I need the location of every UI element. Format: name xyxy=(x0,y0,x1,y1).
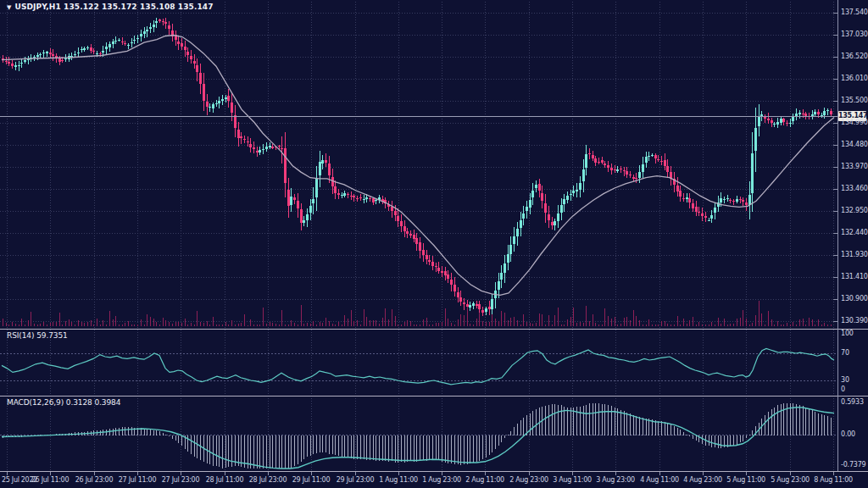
candle-body xyxy=(688,198,691,202)
volume-bar xyxy=(517,320,518,326)
volume-bar xyxy=(777,321,778,326)
volume-bar xyxy=(373,320,374,326)
candle-body xyxy=(278,146,281,147)
candle-body xyxy=(127,45,130,46)
volume-bar xyxy=(693,317,693,326)
candle-body xyxy=(481,310,484,313)
volume-bar xyxy=(165,320,166,326)
candle-body xyxy=(365,197,368,199)
candle-body xyxy=(249,144,252,148)
volume-bar xyxy=(774,324,775,326)
volume-bar xyxy=(658,324,659,326)
volume-bar xyxy=(329,321,330,326)
volume-bar xyxy=(388,319,389,326)
collapse-chart-icon[interactable]: ▼ xyxy=(7,4,11,11)
volume-bar xyxy=(71,322,72,326)
candle-body xyxy=(529,200,531,208)
candle-body xyxy=(604,164,606,165)
candle-body xyxy=(36,55,39,56)
candle-body xyxy=(509,245,512,253)
volume-bar xyxy=(743,310,743,326)
volume-bar xyxy=(207,321,208,326)
candle-body xyxy=(798,113,801,114)
candle-body xyxy=(823,111,826,115)
volume-bar xyxy=(159,324,160,326)
candle-body xyxy=(146,30,148,32)
candle-body xyxy=(190,56,192,59)
candle-body xyxy=(33,57,36,58)
volume-bar xyxy=(721,324,721,326)
candle-body xyxy=(52,54,54,57)
volume-bar xyxy=(348,319,348,326)
volume-bar xyxy=(281,310,282,326)
candle-body xyxy=(140,34,142,37)
candle-body xyxy=(11,64,14,66)
candle-body xyxy=(419,242,421,251)
volume-bar xyxy=(47,324,47,326)
candle-body xyxy=(400,221,403,226)
volume-bar xyxy=(416,324,417,326)
trading-chart-window: ▼USDJPY,H1 135.122 135.172 135.108 135.1… xyxy=(0,0,868,488)
volume-bar xyxy=(275,324,276,326)
candle-body xyxy=(215,103,218,104)
volume-bar xyxy=(426,318,427,326)
candle-body xyxy=(287,190,290,206)
candle-body xyxy=(478,304,481,309)
volume-bar xyxy=(570,317,571,326)
candle-body xyxy=(450,280,453,286)
candle-body xyxy=(394,211,397,215)
volume-bar xyxy=(448,319,448,326)
candle-body xyxy=(563,199,565,204)
volume-bar xyxy=(119,324,120,326)
volume-bar xyxy=(398,324,398,326)
volume-bar xyxy=(705,324,706,326)
volume-bar xyxy=(467,307,468,326)
volume-bar xyxy=(53,322,53,326)
volume-bar xyxy=(520,324,521,326)
volume-bar xyxy=(75,324,75,326)
candle-body xyxy=(225,97,227,100)
volume-bar xyxy=(272,323,273,326)
candle-body xyxy=(143,31,146,34)
volume-bar xyxy=(65,321,66,326)
volume-bar xyxy=(19,324,19,326)
volume-bar xyxy=(423,319,424,326)
candle-body xyxy=(594,158,597,163)
candle-body xyxy=(592,155,594,158)
volume-bar xyxy=(617,324,618,326)
candle-body xyxy=(654,155,657,158)
volume-bar xyxy=(805,324,806,326)
price-axis-label: 132.950 xyxy=(841,207,868,215)
candle-body xyxy=(792,117,794,120)
candle-body xyxy=(155,21,158,23)
volume-bar xyxy=(144,324,145,326)
volume-bar xyxy=(561,324,562,326)
chart-canvas[interactable] xyxy=(0,0,868,488)
volume-bar xyxy=(382,318,383,326)
candle-body xyxy=(660,161,663,162)
candle-body xyxy=(81,49,83,51)
candle-body xyxy=(303,220,305,223)
candle-body xyxy=(369,198,371,199)
volume-bar xyxy=(508,320,509,326)
volume-bar xyxy=(573,308,574,326)
volume-bar xyxy=(93,324,94,326)
volume-bar xyxy=(718,318,719,326)
candle-body xyxy=(118,40,120,41)
candle-body xyxy=(131,42,133,44)
candle-body xyxy=(579,183,581,190)
candle-body xyxy=(632,177,635,179)
candle-body xyxy=(598,162,600,163)
volume-bar xyxy=(598,324,599,326)
volume-bar xyxy=(514,317,515,326)
time-axis-label: 26 Jul 11:00 xyxy=(25,476,75,485)
candle-body xyxy=(256,151,259,152)
volume-bar xyxy=(636,316,637,326)
candle-body xyxy=(676,186,679,191)
price-axis-label: 134.480 xyxy=(841,141,868,149)
volume-bar xyxy=(392,309,392,326)
volume-bar xyxy=(125,323,125,326)
rsi-scale-label: 0 xyxy=(841,385,845,394)
price-axis-label: 131.930 xyxy=(841,251,868,259)
volume-bar xyxy=(530,323,531,326)
